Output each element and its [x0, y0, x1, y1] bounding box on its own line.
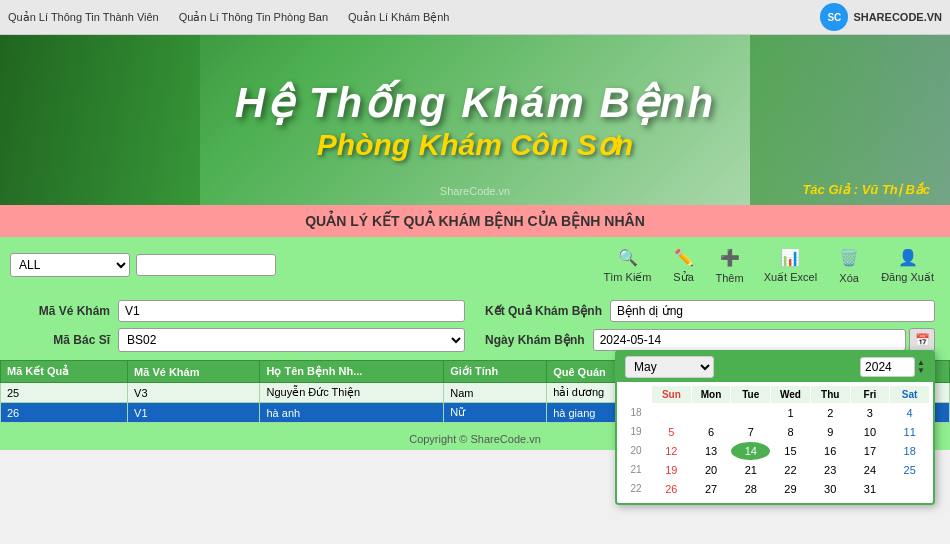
input-ngay-kham[interactable] — [593, 329, 906, 351]
calendar-day[interactable]: 8 — [771, 423, 810, 441]
calendar-day[interactable]: 30 — [811, 480, 850, 498]
calendar-day[interactable]: 27 — [692, 480, 731, 498]
excel-label: Xuất Excel — [764, 271, 817, 284]
col-ho-ten: Họ Tên Bệnh Nh... — [260, 361, 444, 383]
delete-button[interactable]: 🗑️ Xóa — [831, 244, 867, 286]
search-icon: 🔍 — [616, 245, 640, 269]
toolbar-filters: ALL — [10, 253, 276, 277]
calendar-day[interactable]: 24 — [851, 461, 890, 479]
col-gioi-tinh: Giới Tính — [444, 361, 547, 383]
menubar: Quản Lí Thông Tin Thành Viên Quản Lí Thô… — [0, 0, 950, 35]
calendar-day[interactable]: 23 — [811, 461, 850, 479]
select-ma-bac-si[interactable]: BS02 — [118, 328, 465, 352]
logout-label: Đăng Xuất — [881, 271, 934, 284]
form-row-ma-bac-si: Mã Bác Sĩ BS02 — [15, 328, 465, 352]
calendar-day-header: Sun — [652, 386, 691, 403]
calendar-day-header: Wed — [771, 386, 810, 403]
calendar-day — [731, 404, 770, 422]
banner-bg-left — [0, 35, 200, 205]
calendar-day[interactable]: 29 — [771, 480, 810, 498]
calendar-day[interactable]: 19 — [652, 461, 691, 479]
section-title: QUẢN LÝ KẾT QUẢ KHÁM BỆNH CỦA BỆNH NHÂN — [305, 213, 645, 229]
calendar-week-row: 22262728293031 — [621, 480, 929, 498]
edit-button[interactable]: ✏️ Sửa — [666, 243, 702, 286]
calendar-day[interactable]: 12 — [652, 442, 691, 460]
logout-button[interactable]: 👤 Đăng Xuất — [875, 243, 940, 286]
label-ket-qua: Kết Quả Khám Bệnh — [485, 304, 602, 318]
logo-text: SHARECODE.VN — [853, 11, 942, 23]
menu-examination[interactable]: Quản Lí Khám Bệnh — [348, 11, 449, 24]
calendar-day[interactable]: 2 — [811, 404, 850, 422]
calendar-day[interactable]: 10 — [851, 423, 890, 441]
calendar-day[interactable]: 25 — [890, 461, 929, 479]
col-ma-ve-kham: Mã Vé Khám — [128, 361, 260, 383]
calendar-day[interactable]: 6 — [692, 423, 731, 441]
banner-watermark: ShareCode.vn — [440, 185, 510, 197]
calendar-day-header: Sat — [890, 386, 929, 403]
logo: SC SHARECODE.VN — [820, 3, 942, 31]
menu-departments[interactable]: Quản Lí Thông Tin Phòng Ban — [179, 11, 328, 24]
year-spinner[interactable]: ▲ ▼ — [917, 359, 925, 375]
calendar-day[interactable]: 5 — [652, 423, 691, 441]
excel-button[interactable]: 📊 Xuất Excel — [758, 243, 823, 286]
label-ma-bac-si: Mã Bác Sĩ — [15, 333, 110, 347]
banner-bg-right — [750, 35, 950, 205]
year-group: ▲ ▼ — [860, 357, 925, 377]
calendar-day[interactable]: 13 — [692, 442, 731, 460]
calendar-grid: SunMonTueWedThuFriSat1812341956789101120… — [617, 382, 933, 503]
filter-select[interactable]: ALL — [10, 253, 130, 277]
banner-author: Tác Giả : Vũ Thị Bắc — [802, 182, 930, 197]
calendar-header-row: SunMonTueWedThuFriSat — [621, 386, 929, 403]
banner-content: Hệ Thống Khám Bệnh Phòng Khám Côn Sơn — [235, 78, 715, 162]
calendar-day-header: Tue — [731, 386, 770, 403]
search-button[interactable]: 🔍 Tìm Kiếm — [598, 243, 658, 286]
calendar-day[interactable]: 21 — [731, 461, 770, 479]
calendar-day — [890, 480, 929, 498]
calendar-week-row: 181234 — [621, 404, 929, 422]
add-button[interactable]: ➕ Thêm — [710, 244, 750, 286]
input-ma-ve-kham[interactable] — [118, 300, 465, 322]
form-row-ket-qua: Kết Quả Khám Bệnh — [485, 300, 935, 322]
calendar-day[interactable]: 7 — [731, 423, 770, 441]
label-ngay-kham: Ngày Khám Bệnh — [485, 333, 585, 347]
calendar-day[interactable]: 31 — [851, 480, 890, 498]
calendar-day[interactable]: 17 — [851, 442, 890, 460]
calendar-day[interactable]: 11 — [890, 423, 929, 441]
calendar-day[interactable]: 28 — [731, 480, 770, 498]
calendar-day[interactable]: 1 — [771, 404, 810, 422]
edit-icon: ✏️ — [672, 245, 696, 269]
label-ma-ve-kham: Mã Vé Khám — [15, 304, 110, 318]
logo-icon: SC — [820, 3, 848, 31]
search-input[interactable] — [136, 254, 276, 276]
form-row-ma-ve-kham: Mã Vé Khám — [15, 300, 465, 322]
calendar-day[interactable]: 26 — [652, 480, 691, 498]
calendar-day[interactable]: 14 — [731, 442, 770, 460]
banner-title1: Hệ Thống Khám Bệnh — [235, 78, 715, 127]
input-ket-qua[interactable] — [610, 300, 935, 322]
menu-members[interactable]: Quản Lí Thông Tin Thành Viên — [8, 11, 159, 24]
calendar-day[interactable]: 16 — [811, 442, 850, 460]
calendar-day[interactable]: 22 — [771, 461, 810, 479]
calendar-week-row: 2012131415161718 — [621, 442, 929, 460]
calendar-day[interactable]: 4 — [890, 404, 929, 422]
calendar-week-row: 19567891011 — [621, 423, 929, 441]
calendar-day-header: Thu — [811, 386, 850, 403]
month-select[interactable]: JanuaryFebruaryMarchAprilMayJuneJulyAugu… — [625, 356, 714, 378]
calendar-day[interactable]: 15 — [771, 442, 810, 460]
calendar-day[interactable]: 3 — [851, 404, 890, 422]
year-input[interactable] — [860, 357, 915, 377]
delete-icon: 🗑️ — [837, 246, 861, 270]
search-label: Tìm Kiếm — [604, 271, 652, 284]
date-input-wrapper: 📅 — [593, 328, 935, 352]
calendar-week-row: 2119202122232425 — [621, 461, 929, 479]
banner-title2: Phòng Khám Côn Sơn — [235, 127, 715, 162]
toolbar: ALL 🔍 Tìm Kiếm ✏️ Sửa ➕ Thêm 📊 Xuất Exce… — [0, 237, 950, 292]
copyright-text: Copyright © ShareCode.vn — [409, 433, 541, 445]
calendar-day — [652, 404, 691, 422]
calendar-button[interactable]: 📅 — [909, 328, 935, 352]
calendar-day[interactable]: 9 — [811, 423, 850, 441]
calendar-day[interactable]: 20 — [692, 461, 731, 479]
calendar-day[interactable]: 18 — [890, 442, 929, 460]
toolbar-actions: 🔍 Tìm Kiếm ✏️ Sửa ➕ Thêm 📊 Xuất Excel 🗑️… — [598, 243, 940, 286]
table-container: Mã Kết Quả Mã Vé Khám Họ Tên Bệnh Nh... … — [0, 360, 950, 428]
